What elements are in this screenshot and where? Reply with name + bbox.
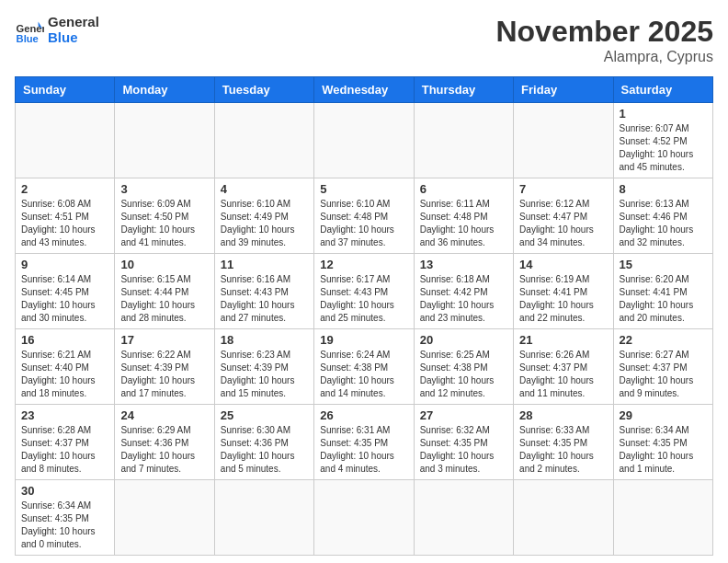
day-info: Sunrise: 6:09 AM Sunset: 4:50 PM Dayligh… xyxy=(120,198,208,249)
calendar-cell xyxy=(214,480,313,556)
calendar-week-row: 23Sunrise: 6:28 AM Sunset: 4:37 PM Dayli… xyxy=(16,405,713,480)
day-info: Sunrise: 6:12 AM Sunset: 4:47 PM Dayligh… xyxy=(519,198,607,249)
calendar-cell xyxy=(514,103,613,178)
calendar-cell: 13Sunrise: 6:18 AM Sunset: 4:42 PM Dayli… xyxy=(414,254,513,329)
day-info: Sunrise: 6:22 AM Sunset: 4:39 PM Dayligh… xyxy=(120,349,208,400)
day-info: Sunrise: 6:19 AM Sunset: 4:41 PM Dayligh… xyxy=(519,273,607,325)
day-number: 4 xyxy=(221,182,308,196)
day-info: Sunrise: 6:18 AM Sunset: 4:42 PM Dayligh… xyxy=(420,273,507,325)
svg-text:General: General xyxy=(17,22,44,33)
day-number: 19 xyxy=(320,333,407,347)
day-info: Sunrise: 6:24 AM Sunset: 4:38 PM Dayligh… xyxy=(320,349,407,400)
day-info: Sunrise: 6:23 AM Sunset: 4:39 PM Dayligh… xyxy=(221,349,308,400)
weekday-header-wednesday: Wednesday xyxy=(314,77,414,103)
calendar-cell: 24Sunrise: 6:29 AM Sunset: 4:36 PM Dayli… xyxy=(115,405,214,480)
logo-blue-text: Blue xyxy=(48,30,99,46)
day-number: 21 xyxy=(519,333,607,347)
logo: General Blue General Blue xyxy=(15,15,99,45)
calendar: SundayMondayTuesdayWednesdayThursdayFrid… xyxy=(15,76,713,556)
day-info: Sunrise: 6:26 AM Sunset: 4:37 PM Dayligh… xyxy=(519,349,607,400)
day-number: 23 xyxy=(21,408,108,422)
calendar-cell: 2Sunrise: 6:08 AM Sunset: 4:51 PM Daylig… xyxy=(16,178,115,254)
weekday-header-tuesday: Tuesday xyxy=(214,77,313,103)
day-number: 7 xyxy=(519,182,607,196)
weekday-header-row: SundayMondayTuesdayWednesdayThursdayFrid… xyxy=(16,77,713,103)
day-number: 22 xyxy=(620,333,707,347)
calendar-week-row: 2Sunrise: 6:08 AM Sunset: 4:51 PM Daylig… xyxy=(16,178,713,254)
logo-icon: General Blue xyxy=(15,16,44,45)
calendar-cell xyxy=(16,103,115,178)
day-number: 12 xyxy=(320,258,407,271)
calendar-cell: 23Sunrise: 6:28 AM Sunset: 4:37 PM Dayli… xyxy=(16,405,115,480)
calendar-cell: 1Sunrise: 6:07 AM Sunset: 4:52 PM Daylig… xyxy=(613,103,712,178)
day-info: Sunrise: 6:32 AM Sunset: 4:35 PM Dayligh… xyxy=(420,424,507,476)
day-info: Sunrise: 6:10 AM Sunset: 4:49 PM Dayligh… xyxy=(221,198,308,249)
day-info: Sunrise: 6:25 AM Sunset: 4:38 PM Dayligh… xyxy=(420,349,507,400)
calendar-cell xyxy=(414,480,513,556)
day-number: 9 xyxy=(21,258,108,271)
day-info: Sunrise: 6:29 AM Sunset: 4:36 PM Dayligh… xyxy=(120,424,208,476)
calendar-cell: 18Sunrise: 6:23 AM Sunset: 4:39 PM Dayli… xyxy=(214,329,313,405)
day-info: Sunrise: 6:15 AM Sunset: 4:44 PM Dayligh… xyxy=(120,273,208,325)
header: General Blue General Blue November 2025 … xyxy=(15,15,713,65)
calendar-cell: 10Sunrise: 6:15 AM Sunset: 4:44 PM Dayli… xyxy=(115,254,214,329)
calendar-cell: 17Sunrise: 6:22 AM Sunset: 4:39 PM Dayli… xyxy=(115,329,214,405)
calendar-cell: 5Sunrise: 6:10 AM Sunset: 4:48 PM Daylig… xyxy=(314,178,414,254)
day-info: Sunrise: 6:17 AM Sunset: 4:43 PM Dayligh… xyxy=(320,273,407,325)
day-info: Sunrise: 6:34 AM Sunset: 4:35 PM Dayligh… xyxy=(21,500,108,551)
calendar-cell: 12Sunrise: 6:17 AM Sunset: 4:43 PM Dayli… xyxy=(314,254,414,329)
calendar-cell: 29Sunrise: 6:34 AM Sunset: 4:35 PM Dayli… xyxy=(613,405,712,480)
calendar-cell: 25Sunrise: 6:30 AM Sunset: 4:36 PM Dayli… xyxy=(214,405,313,480)
calendar-cell: 19Sunrise: 6:24 AM Sunset: 4:38 PM Dayli… xyxy=(314,329,414,405)
weekday-header-saturday: Saturday xyxy=(613,77,712,103)
day-info: Sunrise: 6:21 AM Sunset: 4:40 PM Dayligh… xyxy=(21,349,108,400)
calendar-cell: 7Sunrise: 6:12 AM Sunset: 4:47 PM Daylig… xyxy=(514,178,613,254)
day-info: Sunrise: 6:08 AM Sunset: 4:51 PM Dayligh… xyxy=(21,198,108,249)
day-number: 14 xyxy=(519,258,607,271)
day-number: 16 xyxy=(21,333,108,347)
day-info: Sunrise: 6:34 AM Sunset: 4:35 PM Dayligh… xyxy=(620,424,707,476)
day-info: Sunrise: 6:28 AM Sunset: 4:37 PM Dayligh… xyxy=(21,424,108,476)
day-number: 10 xyxy=(120,258,208,271)
calendar-week-row: 30Sunrise: 6:34 AM Sunset: 4:35 PM Dayli… xyxy=(16,480,713,556)
calendar-cell xyxy=(314,103,414,178)
calendar-cell xyxy=(115,103,214,178)
location-subtitle: Alampra, Cyprus xyxy=(495,49,713,65)
calendar-cell: 22Sunrise: 6:27 AM Sunset: 4:37 PM Dayli… xyxy=(613,329,712,405)
day-info: Sunrise: 6:20 AM Sunset: 4:41 PM Dayligh… xyxy=(620,273,707,325)
day-number: 6 xyxy=(420,182,507,196)
calendar-cell: 11Sunrise: 6:16 AM Sunset: 4:43 PM Dayli… xyxy=(214,254,313,329)
weekday-header-sunday: Sunday xyxy=(16,77,115,103)
calendar-cell xyxy=(414,103,513,178)
calendar-cell: 26Sunrise: 6:31 AM Sunset: 4:35 PM Dayli… xyxy=(314,405,414,480)
day-number: 8 xyxy=(620,182,707,196)
day-info: Sunrise: 6:33 AM Sunset: 4:35 PM Dayligh… xyxy=(519,424,607,476)
day-number: 30 xyxy=(21,484,108,498)
day-number: 29 xyxy=(620,408,707,422)
logo-general-text: General xyxy=(48,15,99,30)
weekday-header-monday: Monday xyxy=(115,77,214,103)
calendar-cell: 20Sunrise: 6:25 AM Sunset: 4:38 PM Dayli… xyxy=(414,329,513,405)
calendar-cell: 27Sunrise: 6:32 AM Sunset: 4:35 PM Dayli… xyxy=(414,405,513,480)
calendar-cell xyxy=(115,480,214,556)
calendar-week-row: 9Sunrise: 6:14 AM Sunset: 4:45 PM Daylig… xyxy=(16,254,713,329)
calendar-cell xyxy=(214,103,313,178)
day-number: 27 xyxy=(420,408,507,422)
day-info: Sunrise: 6:31 AM Sunset: 4:35 PM Dayligh… xyxy=(320,424,407,476)
day-number: 25 xyxy=(221,408,308,422)
day-info: Sunrise: 6:30 AM Sunset: 4:36 PM Dayligh… xyxy=(221,424,308,476)
title-area: November 2025 Alampra, Cyprus xyxy=(495,15,713,65)
svg-text:Blue: Blue xyxy=(17,32,39,43)
day-number: 18 xyxy=(221,333,308,347)
day-number: 1 xyxy=(620,107,707,121)
calendar-cell: 16Sunrise: 6:21 AM Sunset: 4:40 PM Dayli… xyxy=(16,329,115,405)
calendar-week-row: 16Sunrise: 6:21 AM Sunset: 4:40 PM Dayli… xyxy=(16,329,713,405)
calendar-cell xyxy=(613,480,712,556)
calendar-cell xyxy=(514,480,613,556)
day-number: 2 xyxy=(21,182,108,196)
month-title: November 2025 xyxy=(495,15,713,49)
day-info: Sunrise: 6:11 AM Sunset: 4:48 PM Dayligh… xyxy=(420,198,507,249)
day-number: 15 xyxy=(620,258,707,271)
day-number: 24 xyxy=(120,408,208,422)
calendar-cell: 14Sunrise: 6:19 AM Sunset: 4:41 PM Dayli… xyxy=(514,254,613,329)
